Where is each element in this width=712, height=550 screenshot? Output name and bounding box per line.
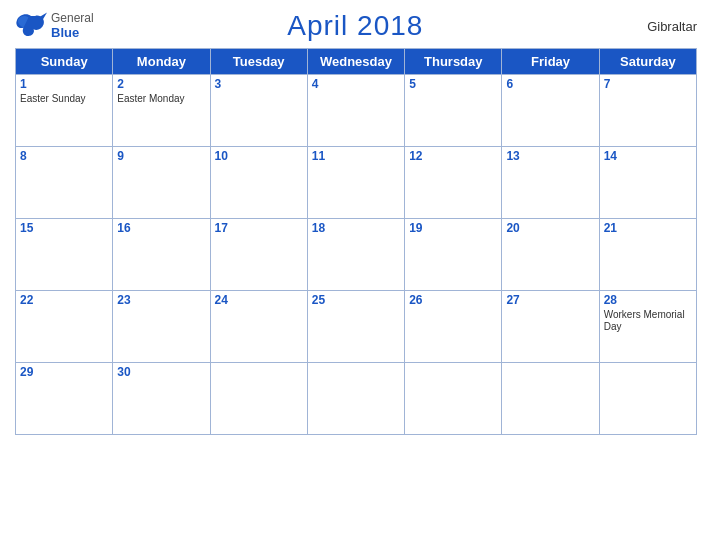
calendar-day: 10 [210,147,307,219]
day-number: 15 [20,221,108,235]
day-number: 28 [604,293,692,307]
day-number: 7 [604,77,692,91]
calendar-header-row: Sunday Monday Tuesday Wednesday Thursday… [16,49,697,75]
day-number: 19 [409,221,497,235]
calendar-day: 9 [113,147,210,219]
day-number: 24 [215,293,303,307]
col-friday: Friday [502,49,599,75]
day-number: 1 [20,77,108,91]
day-number: 8 [20,149,108,163]
calendar-day: 15 [16,219,113,291]
calendar-week-row: 22232425262728Workers Memorial Day [16,291,697,363]
calendar-day: 24 [210,291,307,363]
calendar-week-row: 891011121314 [16,147,697,219]
day-number: 6 [506,77,594,91]
col-saturday: Saturday [599,49,696,75]
day-number: 25 [312,293,400,307]
calendar-day: 22 [16,291,113,363]
calendar-day: 8 [16,147,113,219]
day-number: 4 [312,77,400,91]
day-number: 21 [604,221,692,235]
calendar-day: 14 [599,147,696,219]
day-number: 3 [215,77,303,91]
calendar-table: Sunday Monday Tuesday Wednesday Thursday… [15,48,697,435]
calendar-day: 29 [16,363,113,435]
day-number: 18 [312,221,400,235]
day-event: Easter Monday [117,93,205,105]
calendar-header: General Blue April 2018 Gibraltar [15,10,697,42]
col-sunday: Sunday [16,49,113,75]
day-number: 13 [506,149,594,163]
day-number: 12 [409,149,497,163]
calendar-day: 30 [113,363,210,435]
day-number: 5 [409,77,497,91]
calendar-day: 1Easter Sunday [16,75,113,147]
calendar-day [599,363,696,435]
calendar-day [307,363,404,435]
logo-blue: Blue [51,25,94,41]
day-number: 9 [117,149,205,163]
logo: General Blue [15,11,94,41]
day-number: 30 [117,365,205,379]
calendar-day: 28Workers Memorial Day [599,291,696,363]
logo-general: General [51,11,94,25]
calendar-day: 23 [113,291,210,363]
calendar-day: 6 [502,75,599,147]
logo-text: General Blue [51,11,94,41]
calendar-day: 17 [210,219,307,291]
day-number: 14 [604,149,692,163]
day-number: 10 [215,149,303,163]
calendar-day: 16 [113,219,210,291]
calendar-title: April 2018 [94,10,617,42]
day-number: 17 [215,221,303,235]
day-number: 11 [312,149,400,163]
country-label: Gibraltar [617,19,697,34]
calendar-day: 18 [307,219,404,291]
calendar-week-row: 1Easter Sunday2Easter Monday34567 [16,75,697,147]
calendar-day [210,363,307,435]
day-number: 20 [506,221,594,235]
day-event: Easter Sunday [20,93,108,105]
calendar-day: 3 [210,75,307,147]
calendar-day: 19 [405,219,502,291]
calendar-day: 13 [502,147,599,219]
calendar-day: 2Easter Monday [113,75,210,147]
calendar-week-row: 15161718192021 [16,219,697,291]
calendar-day [405,363,502,435]
calendar-title-area: April 2018 [94,10,617,42]
calendar-container: General Blue April 2018 Gibraltar Sunday… [0,0,712,550]
col-wednesday: Wednesday [307,49,404,75]
calendar-day: 27 [502,291,599,363]
calendar-day: 7 [599,75,696,147]
day-number: 16 [117,221,205,235]
calendar-day: 20 [502,219,599,291]
day-event: Workers Memorial Day [604,309,692,333]
day-number: 22 [20,293,108,307]
day-number: 2 [117,77,205,91]
calendar-day: 25 [307,291,404,363]
calendar-day: 21 [599,219,696,291]
col-thursday: Thursday [405,49,502,75]
calendar-day: 11 [307,147,404,219]
calendar-day: 12 [405,147,502,219]
calendar-day: 4 [307,75,404,147]
col-monday: Monday [113,49,210,75]
calendar-day: 5 [405,75,502,147]
day-number: 26 [409,293,497,307]
calendar-day [502,363,599,435]
day-number: 27 [506,293,594,307]
logo-icon [15,12,47,40]
day-number: 23 [117,293,205,307]
calendar-week-row: 2930 [16,363,697,435]
col-tuesday: Tuesday [210,49,307,75]
calendar-day: 26 [405,291,502,363]
day-number: 29 [20,365,108,379]
